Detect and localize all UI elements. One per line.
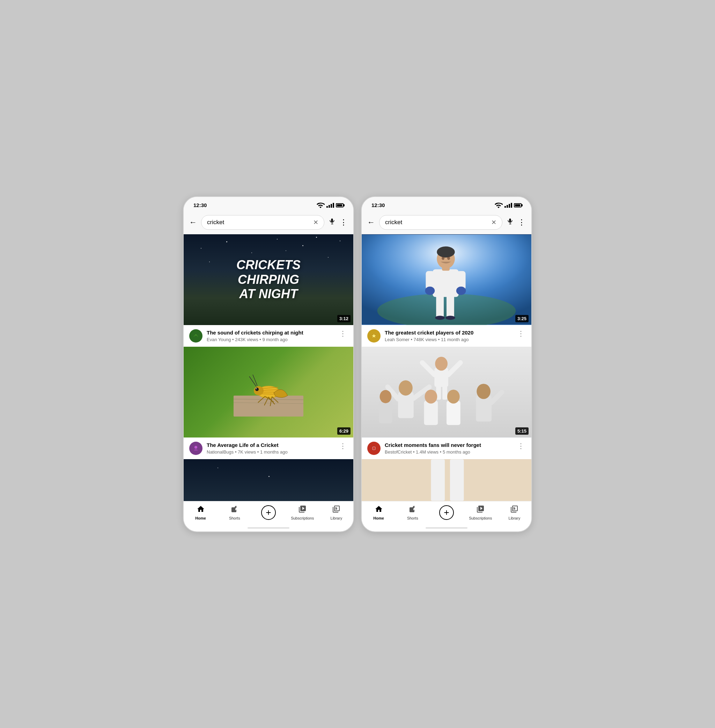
- more-options-1[interactable]: ⋮: [338, 329, 348, 338]
- thumbnail-2[interactable]: 6:29: [184, 347, 353, 438]
- time-left: 12:30: [193, 202, 207, 208]
- avatar-5: [367, 442, 380, 455]
- avatar-2: [189, 442, 202, 455]
- thumbnail-1[interactable]: CRICKETSCHIRPINGAT NIGHT 3:12: [184, 234, 353, 325]
- video-item-3[interactable]: [184, 459, 353, 501]
- bottom-indicator-left: [247, 527, 290, 529]
- search-input-wrap-left[interactable]: cricket ✕: [201, 215, 324, 230]
- wifi-icon-right: [494, 201, 503, 210]
- library-icon-left: [332, 505, 340, 515]
- video-item-6[interactable]: [362, 459, 531, 501]
- nav-bar-right: Home Shorts Subscriptions: [362, 501, 531, 527]
- nav-library-label-left: Library: [330, 516, 342, 520]
- svg-rect-49: [398, 392, 414, 418]
- battery-icon-left: [336, 203, 344, 207]
- clear-button-left[interactable]: ✕: [313, 219, 318, 226]
- phone-right: 12:30 ← cricket ✕: [361, 196, 532, 532]
- video-item-5[interactable]: 5:15 Cricket moments fans will never for…: [362, 347, 531, 459]
- video-title-4: The greatest cricket players of 2020: [385, 329, 512, 336]
- more-options-4[interactable]: ⋮: [516, 329, 526, 338]
- duration-1: 3:12: [337, 315, 350, 322]
- video-item-4[interactable]: 3:25 The greatest cricket players of 202…: [362, 234, 531, 347]
- svg-point-22: [195, 446, 197, 449]
- svg-point-39: [447, 256, 450, 260]
- player-svg: [362, 234, 531, 325]
- subscriptions-icon-left: [298, 505, 306, 515]
- svg-point-57: [425, 390, 437, 403]
- nav-home-right[interactable]: Home: [367, 505, 391, 520]
- nav-add-right[interactable]: [434, 505, 459, 520]
- svg-point-38: [442, 256, 444, 260]
- video-title-2: The Average Life of a Cricket: [207, 442, 334, 449]
- nav-add-left[interactable]: [256, 505, 281, 520]
- nav-library-right[interactable]: Library: [502, 505, 526, 520]
- more-button-left[interactable]: ⋮: [340, 218, 348, 227]
- avatar-1: [189, 329, 202, 343]
- battery-icon-right: [514, 203, 522, 207]
- nav-subscriptions-right[interactable]: Subscriptions: [468, 505, 493, 520]
- duration-4: 3:25: [515, 315, 529, 322]
- duration-2: 6:29: [337, 427, 350, 435]
- svg-point-33: [425, 286, 435, 295]
- mic-button-left[interactable]: [329, 218, 335, 227]
- thumbnail-4[interactable]: 3:25: [362, 234, 531, 325]
- search-bar-left: ← cricket ✕ ⋮: [184, 212, 353, 234]
- svg-point-44: [435, 356, 448, 370]
- wifi-icon-left: [316, 201, 325, 210]
- svg-rect-27: [446, 293, 454, 317]
- video-meta-1: The sound of crickets chirping at night …: [184, 325, 353, 347]
- avatar-4: [367, 329, 380, 343]
- nav-subscriptions-label-left: Subscriptions: [291, 516, 314, 520]
- thumbnail-6[interactable]: [362, 459, 531, 501]
- svg-point-29: [445, 316, 455, 320]
- home-icon-left: [196, 505, 205, 515]
- back-button-left[interactable]: ←: [189, 218, 197, 227]
- nav-shorts-right[interactable]: Shorts: [400, 505, 425, 520]
- thumbnail-3[interactable]: [184, 459, 353, 501]
- video-item-1[interactable]: CRICKETSCHIRPINGAT NIGHT 3:12 The sound …: [184, 234, 353, 347]
- nav-shorts-left[interactable]: Shorts: [222, 505, 247, 520]
- nav-subscriptions-label-right: Subscriptions: [469, 516, 492, 520]
- nav-bar-left: Home Shorts Subscriptions: [184, 501, 353, 527]
- clear-button-right[interactable]: ✕: [491, 219, 496, 226]
- svg-point-0: [192, 332, 199, 339]
- svg-point-7: [255, 388, 259, 391]
- search-input-wrap-right[interactable]: cricket ✕: [379, 215, 502, 230]
- svg-point-6: [254, 386, 264, 395]
- phones-container: 12:30 ← cricket ✕: [183, 196, 532, 532]
- thumbnail-5[interactable]: 5:15: [362, 347, 531, 438]
- svg-rect-30: [433, 269, 459, 297]
- svg-point-28: [435, 316, 445, 320]
- add-icon-right[interactable]: [439, 505, 454, 520]
- meta-text-2: The Average Life of a Cricket NationalBu…: [207, 442, 334, 455]
- more-options-2[interactable]: ⋮: [338, 442, 348, 450]
- shorts-icon-left: [231, 505, 239, 515]
- svg-rect-53: [476, 395, 492, 421]
- svg-rect-66: [450, 459, 464, 501]
- subscriptions-icon-right: [476, 505, 484, 515]
- svg-rect-56: [424, 400, 438, 424]
- nav-home-label-left: Home: [195, 516, 206, 520]
- more-options-5[interactable]: ⋮: [516, 442, 526, 450]
- svg-rect-60: [379, 400, 392, 423]
- video-meta-4: The greatest cricket players of 2020 Lea…: [362, 325, 531, 347]
- video-sub-1: Evan Young • 243K views • 9 month ago: [207, 337, 334, 342]
- library-icon-right: [510, 505, 519, 515]
- meta-text-5: Cricket moments fans will never forget B…: [385, 442, 512, 455]
- svg-point-34: [456, 286, 466, 295]
- nav-library-left[interactable]: Library: [324, 505, 348, 520]
- content-left: CRICKETSCHIRPINGAT NIGHT 3:12 The sound …: [184, 234, 353, 501]
- search-bar-right: ← cricket ✕ ⋮: [362, 212, 531, 234]
- add-icon-left[interactable]: [261, 505, 276, 520]
- back-button-right[interactable]: ←: [367, 218, 375, 227]
- nav-home-left[interactable]: Home: [189, 505, 213, 520]
- nav-subscriptions-left[interactable]: Subscriptions: [290, 505, 315, 520]
- video-item-2[interactable]: 6:29 The Average Life of a Cricket Natio…: [184, 347, 353, 459]
- more-button-right[interactable]: ⋮: [518, 218, 526, 227]
- signal-icon-right: [504, 203, 512, 208]
- mic-button-right[interactable]: [507, 218, 514, 227]
- video-meta-2: The Average Life of a Cricket NationalBu…: [184, 438, 353, 459]
- video-meta-5: Cricket moments fans will never forget B…: [362, 438, 531, 459]
- svg-rect-43: [434, 368, 448, 387]
- status-bar-left: 12:30: [184, 197, 353, 212]
